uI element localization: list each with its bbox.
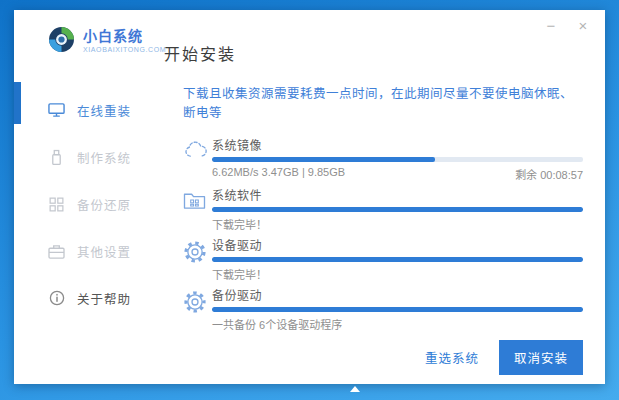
task-status-left: 下载完毕！ xyxy=(212,266,267,279)
task-status: 下载完毕！ xyxy=(212,266,583,279)
task-body: 备份驱动 一共备份 6个设备驱动程序 xyxy=(212,286,583,329)
app-logo: 小白系统 XIAOBAIXITONG.COM xyxy=(48,26,166,57)
task-label: 系统镜像 xyxy=(212,136,583,153)
progress-bar xyxy=(212,207,583,212)
logo-title: 小白系统 xyxy=(83,29,166,44)
task-label: 设备驱动 xyxy=(212,236,583,253)
task-body: 设备驱动 下载完毕！ xyxy=(212,236,583,279)
sidebar-item-label: 其他设置 xyxy=(77,242,131,261)
progress-bar xyxy=(212,307,583,312)
sidebar-item-backup-restore[interactable]: 备份还原 xyxy=(14,194,183,214)
task-status-right: 剩余 00:08:57 xyxy=(515,166,583,179)
logo-text: 小白系统 XIAOBAIXITONG.COM xyxy=(83,29,166,54)
drivers-gear-icon xyxy=(183,236,212,279)
window-content: 在线重装 制作系统 xyxy=(14,74,605,384)
progress-fill xyxy=(212,207,583,212)
task-label: 备份驱动 xyxy=(212,286,583,303)
reselect-system-button[interactable]: 重选系统 xyxy=(425,348,479,367)
software-folder-icon xyxy=(183,186,212,229)
app-window: 小白系统 XIAOBAIXITONG.COM 开始安装 − × xyxy=(14,10,605,384)
sidebar-item-about-help[interactable]: 关于帮助 xyxy=(14,288,183,308)
sidebar-item-online-reinstall[interactable]: 在线重装 xyxy=(14,100,183,120)
task-label: 系统软件 xyxy=(212,186,583,203)
sidebar-item-make-system[interactable]: 制作系统 xyxy=(14,147,183,167)
task-status: 下载完毕！ xyxy=(212,216,583,229)
sidebar-item-label: 制作系统 xyxy=(77,148,131,167)
info-icon xyxy=(48,290,65,307)
download-notice: 下载且收集资源需要耗费一点时间，在此期间尽量不要使电脑休眠、断电等 xyxy=(183,83,583,121)
task-row-device-drivers: 设备驱动 下载完毕！ xyxy=(183,236,583,279)
sidebar: 在线重装 制作系统 xyxy=(14,74,183,384)
sidebar-item-label: 在线重装 xyxy=(77,101,131,120)
titlebar: 小白系统 XIAOBAIXITONG.COM 开始安装 − × xyxy=(14,10,605,74)
minimize-button[interactable]: − xyxy=(543,18,559,34)
task-body: 系统镜像 6.62MB/s 3.47GB | 9.85GB 剩余 00:08:5… xyxy=(212,136,583,179)
progress-fill xyxy=(212,157,435,162)
sidebar-item-label: 备份还原 xyxy=(77,195,131,214)
desktop-background: 小白系统 XIAOBAIXITONG.COM 开始安装 − × xyxy=(0,0,619,400)
logo-subtitle: XIAOBAIXITONG.COM xyxy=(83,46,166,54)
backup-grid-icon xyxy=(48,196,65,213)
task-row-backup-drivers: 备份驱动 一共备份 6个设备驱动程序 xyxy=(183,286,583,329)
monitor-icon xyxy=(48,102,65,119)
task-status-left: 一共备份 6个设备驱动程序 xyxy=(212,316,342,329)
globe-logo-icon xyxy=(48,26,75,57)
active-item-indicator xyxy=(14,82,21,124)
backup-gear-icon xyxy=(183,286,212,329)
task-body: 系统软件 下载完毕！ xyxy=(212,186,583,229)
usb-drive-icon xyxy=(48,149,65,166)
task-status-left: 下载完毕！ xyxy=(212,216,267,229)
cloud-download-icon xyxy=(183,136,212,179)
task-status: 一共备份 6个设备驱动程序 xyxy=(212,316,583,329)
task-row-system-image: 系统镜像 6.62MB/s 3.47GB | 9.85GB 剩余 00:08:5… xyxy=(183,136,583,179)
desktop-pointer-nub xyxy=(350,386,360,392)
window-controls: − × xyxy=(543,18,591,34)
task-status: 6.62MB/s 3.47GB | 9.85GB 剩余 00:08:57 xyxy=(212,166,583,179)
task-row-system-software: 系统软件 下载完毕！ xyxy=(183,186,583,229)
cancel-install-button[interactable]: 取消安装 xyxy=(499,340,583,375)
main-panel: 下载且收集资源需要耗费一点时间，在此期间尽量不要使电脑休眠、断电等 系统镜像 xyxy=(183,74,605,384)
progress-bar xyxy=(212,157,583,162)
sidebar-item-other-settings[interactable]: 其他设置 xyxy=(14,241,183,261)
progress-bar xyxy=(212,257,583,262)
progress-fill xyxy=(212,307,583,312)
briefcase-icon xyxy=(48,243,65,260)
close-button[interactable]: × xyxy=(575,18,591,34)
sidebar-item-label: 关于帮助 xyxy=(77,289,131,308)
progress-fill xyxy=(212,257,583,262)
footer-actions: 重选系统 取消安装 xyxy=(425,340,583,375)
task-status-left: 6.62MB/s 3.47GB | 9.85GB xyxy=(212,166,345,179)
page-title: 开始安装 xyxy=(164,41,236,65)
